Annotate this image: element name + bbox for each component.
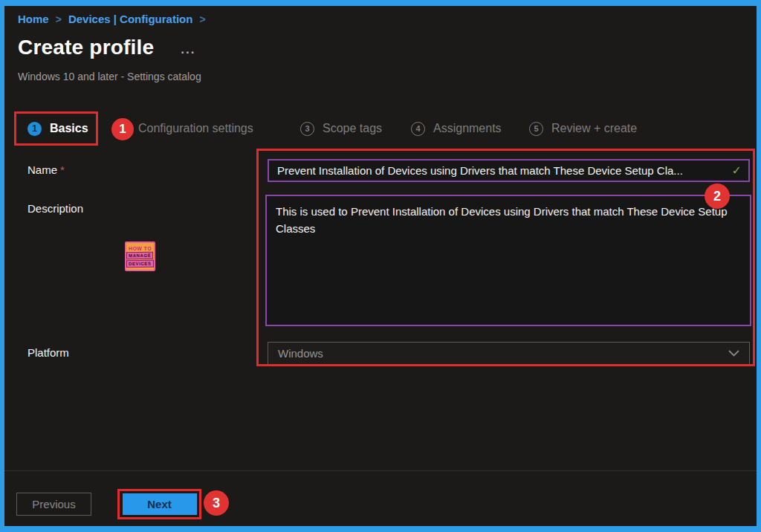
description-textarea[interactable]: This is used to Prevent Installation of … [265, 195, 751, 326]
chevron-right-icon: > [199, 13, 205, 25]
annotation-badge-2: 2 [705, 184, 730, 209]
tab-assignments[interactable]: 4 Assignments [411, 111, 502, 146]
tab-review-create[interactable]: 5 Review + create [529, 111, 637, 146]
annotation-box-next: Next [117, 489, 201, 519]
step-1-circle: 1 [27, 122, 42, 136]
breadcrumb: Home > Devices | Configuration > [18, 13, 206, 25]
htmd-watermark-logo: HOW TO MANAGE DEVICES [125, 241, 155, 271]
create-profile-page: Home > Devices | Configuration > Create … [4, 6, 757, 526]
chevron-right-icon: > [56, 13, 62, 25]
step-5-label: Review + create [551, 122, 637, 135]
title-row: Create profile ... [18, 36, 195, 59]
logo-devices-text: DEVICES [126, 259, 154, 267]
tab-scope-tags[interactable]: 3 Scope tags [300, 111, 382, 146]
name-label: Name* [27, 163, 65, 176]
name-label-text: Name [27, 163, 57, 176]
step-3-circle: 3 [300, 122, 314, 136]
name-input[interactable] [269, 160, 732, 181]
step-4-circle: 4 [411, 122, 425, 136]
platform-label: Platform [27, 346, 69, 359]
next-button[interactable]: Next [123, 493, 197, 515]
checkmark-icon: ✓ [732, 163, 748, 178]
step-2-label: Configuration settings [138, 122, 253, 135]
previous-button[interactable]: Previous [16, 493, 91, 516]
chevron-down-icon [728, 350, 739, 357]
required-asterisk: * [60, 163, 65, 176]
breadcrumb-home-link[interactable]: Home [18, 13, 49, 25]
step-3-label: Scope tags [323, 122, 382, 135]
platform-selected-value: Windows [278, 347, 323, 360]
step-5-circle: 5 [529, 122, 543, 136]
step-4-label: Assignments [433, 122, 502, 135]
logo-manage-text: MANAGE [126, 251, 153, 259]
more-menu-icon[interactable]: ... [181, 42, 195, 57]
logo-howto-text: HOW TO [129, 246, 152, 251]
tab-basics[interactable]: 1 Basics [14, 111, 98, 146]
breadcrumb-devices-configuration-link[interactable]: Devices | Configuration [68, 13, 193, 25]
annotation-badge-3: 3 [204, 490, 229, 516]
footer-bar: Previous Next [4, 470, 757, 526]
platform-dropdown[interactable]: Windows [268, 342, 750, 365]
tab-configuration-settings[interactable]: Configuration settings [138, 111, 253, 146]
description-label: Description [27, 202, 83, 215]
page-title: Create profile [18, 36, 154, 59]
name-field-wrap: ✓ [268, 159, 750, 182]
page-subtitle: Windows 10 and later - Settings catalog [18, 71, 201, 82]
step-1-label: Basics [50, 122, 88, 135]
annotation-badge-1: 1 [111, 118, 134, 140]
